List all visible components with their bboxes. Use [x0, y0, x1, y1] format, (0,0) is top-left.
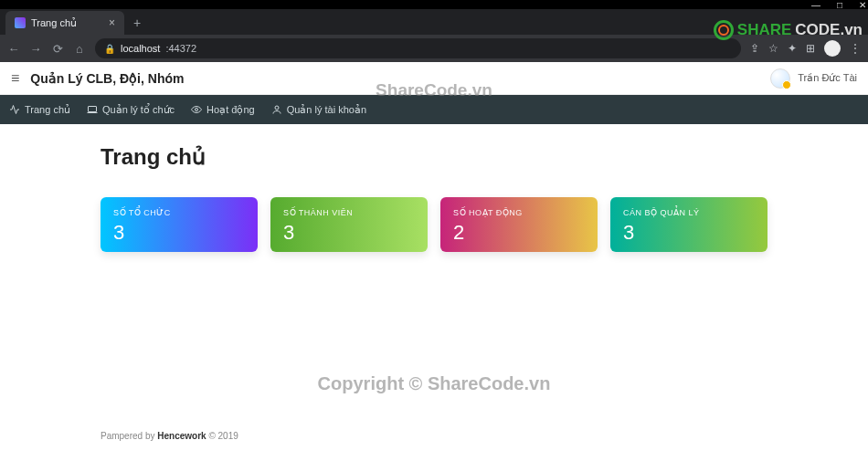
- card-label: SỐ THÀNH VIÊN: [283, 208, 415, 217]
- toolbar-actions: ⇪ ☆ ✦ ⊞ ⋮: [750, 40, 861, 57]
- reload-icon[interactable]: ⟳: [51, 42, 64, 56]
- extension-icon[interactable]: ✦: [788, 42, 797, 55]
- footer-suffix: © 2019: [206, 431, 238, 441]
- card-label: CÁN BỘ QUẢN LÝ: [623, 208, 755, 217]
- user-area[interactable]: Trần Đức Tài: [770, 68, 857, 89]
- card-manager-count[interactable]: CÁN BỘ QUẢN LÝ 3: [610, 197, 767, 252]
- forward-icon[interactable]: →: [29, 42, 42, 56]
- svg-rect-0: [89, 107, 97, 112]
- card-label: SỐ TỔ CHỨC: [113, 208, 245, 217]
- eye-icon: [191, 104, 202, 115]
- tab-title: Trang chủ: [31, 17, 77, 29]
- content: Trang chủ SỐ TỔ CHỨC 3 SỐ THÀNH VIÊN 3 S…: [0, 124, 868, 461]
- address-bar[interactable]: 🔒 localhost:44372: [95, 38, 741, 58]
- footer-brand: Hencework: [157, 431, 206, 441]
- user-name: Trần Đức Tài: [798, 72, 857, 84]
- svg-point-2: [196, 109, 198, 111]
- nav-label: Quản lý tổ chức: [102, 104, 175, 116]
- browser-toolbar: ← → ⟳ ⌂ 🔒 localhost:44372 ⇪ ☆ ✦ ⊞ ⋮: [0, 35, 868, 62]
- user-avatar-icon: [770, 68, 790, 89]
- nav-label: Quản lý tài khoản: [287, 104, 366, 116]
- star-icon[interactable]: ☆: [768, 42, 778, 55]
- nav-home[interactable]: Trang chủ: [9, 104, 70, 116]
- os-titlebar: — □ ✕: [0, 0, 868, 9]
- svg-point-3: [275, 106, 279, 110]
- tab-close-icon[interactable]: ×: [109, 16, 115, 29]
- card-value: 3: [113, 221, 245, 245]
- profile-avatar-icon[interactable]: [824, 40, 841, 57]
- navbar: Trang chủ Quản lý tổ chức Hoạt động Quản…: [0, 95, 868, 124]
- activity-icon: [9, 104, 20, 115]
- laptop-icon: [87, 104, 98, 115]
- card-org-count[interactable]: SỐ TỔ CHỨC 3: [101, 197, 258, 252]
- nav-org[interactable]: Quản lý tổ chức: [87, 104, 175, 116]
- app-title: Quản Lý CLB, Đội, Nhóm: [30, 71, 184, 86]
- hamburger-icon[interactable]: ≡: [11, 70, 19, 87]
- lock-icon: 🔒: [104, 44, 115, 54]
- nav-label: Hoạt động: [206, 104, 255, 116]
- back-icon[interactable]: ←: [7, 42, 20, 56]
- url-port: :44372: [165, 43, 196, 54]
- footer-prefix: Pampered by: [101, 431, 157, 441]
- page: ≡ Quản Lý CLB, Đội, Nhóm Trần Đức Tài Tr…: [0, 62, 868, 461]
- page-title: Trang chủ: [101, 144, 767, 170]
- os-close-icon[interactable]: ✕: [859, 0, 866, 10]
- home-icon[interactable]: ⌂: [73, 42, 86, 56]
- card-label: SỐ HOẠT ĐỘNG: [453, 208, 585, 217]
- card-activity-count[interactable]: SỐ HOẠT ĐỘNG 2: [440, 197, 598, 252]
- nav-account[interactable]: Quản lý tài khoản: [271, 104, 366, 116]
- os-maximize-icon[interactable]: □: [837, 0, 842, 10]
- card-value: 3: [283, 221, 415, 245]
- footer: Pampered by Hencework © 2019: [101, 431, 238, 441]
- card-member-count[interactable]: SỐ THÀNH VIÊN 3: [270, 197, 428, 252]
- url-host: localhost: [121, 43, 160, 54]
- cards-row: SỐ TỔ CHỨC 3 SỐ THÀNH VIÊN 3 SỐ HOẠT ĐỘN…: [101, 197, 767, 252]
- tab-favicon-icon: [15, 17, 26, 28]
- nav-label: Trang chủ: [25, 104, 70, 116]
- menu-icon[interactable]: ⋮: [850, 42, 861, 55]
- nav-activity[interactable]: Hoạt động: [191, 104, 255, 116]
- new-tab-button[interactable]: +: [124, 11, 150, 35]
- puzzle-icon[interactable]: ⊞: [806, 42, 815, 55]
- card-value: 3: [623, 221, 755, 245]
- browser-tab[interactable]: Trang chủ ×: [5, 11, 124, 35]
- os-minimize-icon[interactable]: —: [811, 0, 820, 10]
- card-value: 2: [453, 221, 585, 245]
- user-icon: [271, 104, 282, 115]
- share-icon[interactable]: ⇪: [750, 42, 759, 55]
- browser-tabstrip: Trang chủ × +: [0, 9, 868, 35]
- app-header: ≡ Quản Lý CLB, Đội, Nhóm Trần Đức Tài: [0, 62, 868, 95]
